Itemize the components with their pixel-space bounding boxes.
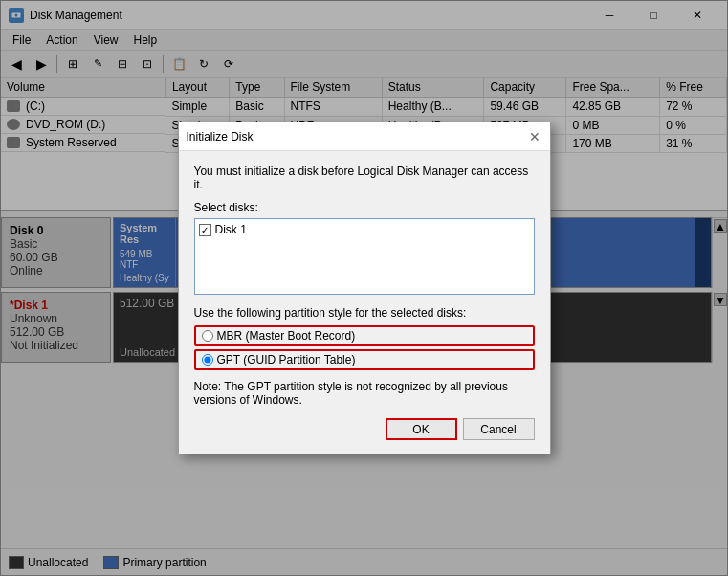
modal-overlay: Initialize Disk ✕ You must initialize a … — [0, 0, 728, 576]
gpt-label: GPT (GUID Partition Table) — [217, 353, 356, 366]
select-disks-label: Select disks: — [194, 201, 535, 214]
mbr-radio[interactable] — [202, 330, 213, 342]
modal-title: Initialize Disk — [187, 130, 254, 144]
disk-list-box: ✓ Disk 1 — [194, 218, 535, 295]
cancel-button[interactable]: Cancel — [463, 418, 535, 440]
disk1-label: Disk 1 — [215, 223, 247, 236]
initialize-disk-modal: Initialize Disk ✕ You must initialize a … — [178, 122, 551, 454]
disk1-checkbox[interactable]: ✓ — [199, 224, 211, 236]
mbr-label: MBR (Master Boot Record) — [217, 329, 356, 343]
radio-group: MBR (Master Boot Record) GPT (GUID Parti… — [194, 325, 535, 370]
modal-buttons: OK Cancel — [194, 418, 535, 444]
disk-list-item[interactable]: ✓ Disk 1 — [199, 223, 530, 236]
gpt-radio[interactable] — [202, 354, 213, 366]
partition-style-label: Use the following partition style for th… — [194, 306, 535, 320]
mbr-option[interactable]: MBR (Master Boot Record) — [194, 325, 535, 346]
modal-instruction: You must initialize a disk before Logica… — [194, 165, 535, 191]
modal-close-button[interactable]: ✕ — [527, 129, 542, 144]
modal-body: You must initialize a disk before Logica… — [179, 151, 550, 454]
ok-button[interactable]: OK — [386, 418, 457, 440]
modal-title-bar: Initialize Disk ✕ — [179, 122, 550, 151]
gpt-option[interactable]: GPT (GUID Partition Table) — [194, 349, 535, 370]
modal-note: Note: The GPT partition style is not rec… — [194, 380, 535, 407]
